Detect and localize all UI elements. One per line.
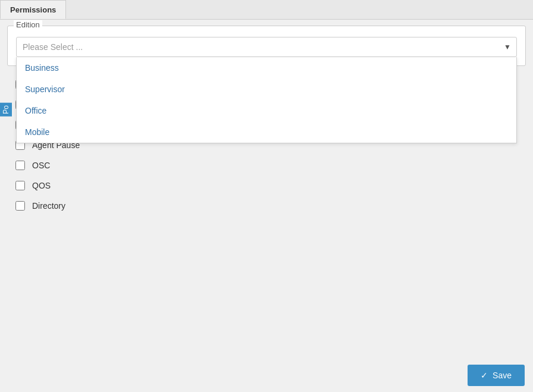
main-content: Po Edition Please Select ... Business Su… (0, 20, 533, 392)
tab-permissions[interactable]: Permissions (0, 0, 66, 19)
checkbox-label-directory: Directory (32, 201, 65, 211)
tab-permissions-label: Permissions (10, 5, 56, 14)
checkbox-item-qos: QOS (7, 175, 526, 196)
dropdown-item-business[interactable]: Business (17, 57, 516, 79)
edition-legend: Edition (14, 20, 42, 29)
dropdown-item-office[interactable]: Office (17, 100, 516, 121)
edition-fieldset: Edition Please Select ... Business Super… (7, 26, 526, 66)
edition-dropdown[interactable]: Please Select ... Business Supervisor Of… (16, 37, 517, 57)
save-check-icon: ✓ (481, 371, 488, 380)
edition-dropdown-wrapper: Please Select ... Business Supervisor Of… (16, 37, 517, 57)
checkbox-osc[interactable] (15, 161, 25, 170)
dropdown-item-mobile[interactable]: Mobile (17, 121, 516, 143)
tab-bar: Permissions (0, 0, 533, 20)
dropdown-open-list: Business Supervisor Office Mobile (16, 57, 517, 143)
checkbox-qos[interactable] (15, 181, 25, 190)
checkbox-item-osc: OSC (7, 155, 526, 175)
footer-bar: ✓ Save (0, 359, 533, 392)
dropdown-item-supervisor[interactable]: Supervisor (17, 79, 516, 100)
save-button-label: Save (493, 371, 512, 380)
checkbox-label-osc: OSC (32, 161, 50, 170)
checkbox-label-qos: QOS (32, 181, 51, 190)
checkbox-item-directory: Directory (7, 196, 526, 216)
left-side-label: Po (0, 103, 12, 117)
save-button[interactable]: ✓ Save (468, 365, 525, 386)
checkbox-directory[interactable] (15, 201, 25, 211)
